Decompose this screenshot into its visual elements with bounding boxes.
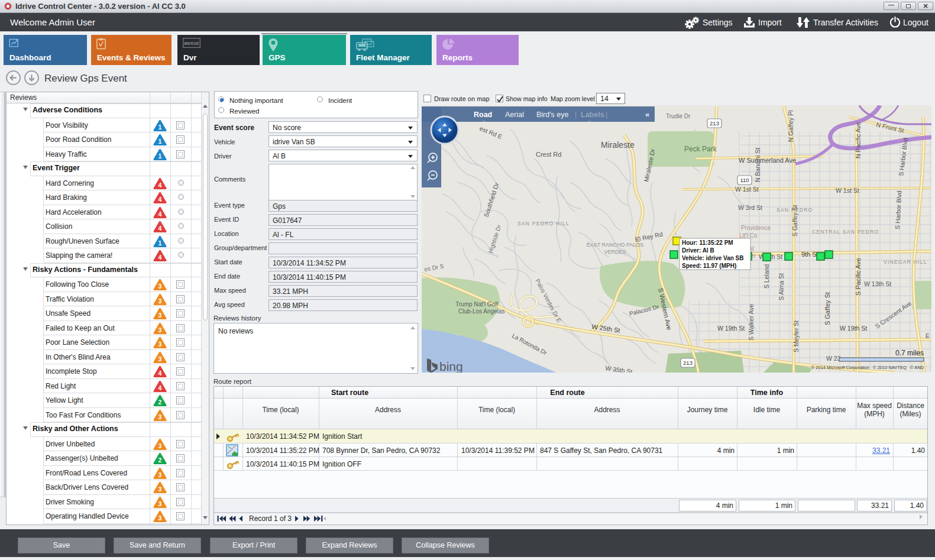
svg-text:VINEGAR HILL: VINEGAR HILL <box>884 259 927 265</box>
svg-text:4: 4 <box>158 210 162 217</box>
svg-text:3: 3 <box>158 514 162 522</box>
svg-text:N Pacific Ave: N Pacific Ave <box>855 122 862 158</box>
svg-text:Miraleste: Miraleste <box>601 140 635 150</box>
svg-text:Road: Road <box>474 111 492 119</box>
svg-text:W 23: W 23 <box>826 355 841 362</box>
svg-text:EAST RANCHO PALOS: EAST RANCHO PALOS <box>587 242 644 248</box>
svg-text:3: 3 <box>158 500 162 507</box>
svg-text:3: 3 <box>158 355 162 362</box>
svg-text:4: 4 <box>158 181 162 188</box>
svg-text:Vehicle: idrive Van SB: Vehicle: idrive Van SB <box>682 255 744 261</box>
svg-text:«: « <box>645 110 649 119</box>
svg-text:S Alma St: S Alma St <box>778 273 785 300</box>
svg-text:0.7 miles: 0.7 miles <box>895 349 924 357</box>
svg-text:4: 4 <box>158 225 162 232</box>
svg-text:3: 3 <box>158 442 162 449</box>
svg-text:S Gaffey St: S Gaffey St <box>791 205 798 237</box>
svg-text:213: 213 <box>710 120 719 127</box>
svg-text:S Walker Ave: S Walker Ave <box>748 303 755 341</box>
svg-text:S Pacific Ave: S Pacific Ave <box>855 258 862 296</box>
svg-text:Driver: Al B: Driver: Al B <box>682 247 714 254</box>
svg-text:SAN PEDRO HILL: SAN PEDRO HILL <box>517 221 570 226</box>
svg-text:Speed: 11.97 (MPH): Speed: 11.97 (MPH) <box>682 263 736 269</box>
svg-text:110: 110 <box>740 177 749 183</box>
svg-text:4: 4 <box>158 384 162 391</box>
svg-text:Peck Park: Peck Park <box>684 145 717 153</box>
svg-text:W 3rd St: W 3rd St <box>738 204 762 211</box>
svg-text:W 13th St: W 13th St <box>864 280 891 287</box>
svg-text:2: 2 <box>158 457 162 464</box>
svg-text:W 1st St: W 1st St <box>836 187 859 194</box>
svg-text:S Meyler St: S Meyler St <box>792 321 800 352</box>
svg-text:W Summerland Ave: W Summerland Ave <box>739 157 796 164</box>
svg-text:© 2014 Microsoft Corporation: © 2014 Microsoft Corporation © 2010 NAVT… <box>811 365 924 370</box>
svg-text:W 19th St: W 19th St <box>840 325 867 332</box>
svg-text:Bird's eye: Bird's eye <box>536 111 569 119</box>
svg-text:4: 4 <box>158 196 162 203</box>
svg-text:3: 3 <box>158 312 162 319</box>
svg-text:9th St: 9th St <box>801 251 818 258</box>
svg-text:W 19th St: W 19th St <box>717 325 745 332</box>
svg-text:1: 1 <box>158 152 162 159</box>
svg-text:S Leland: S Leland <box>763 264 770 289</box>
svg-text:Trump Nat'l Golf: Trump Nat'l Golf <box>455 301 498 307</box>
svg-text:|: | <box>575 111 577 119</box>
svg-text:E 22: E 22 <box>926 333 931 339</box>
svg-text:3: 3 <box>158 471 162 478</box>
svg-text:Crest Rd: Crest Rd <box>536 151 561 158</box>
svg-text:2: 2 <box>158 399 162 406</box>
svg-text:4: 4 <box>158 254 162 261</box>
svg-text:3: 3 <box>158 413 162 420</box>
svg-text:Club-Los Angelas: Club-Los Angelas <box>458 308 504 315</box>
svg-text:213: 213 <box>683 360 693 366</box>
svg-text:3: 3 <box>158 283 162 290</box>
svg-text:3: 3 <box>158 297 162 304</box>
svg-text:1: 1 <box>158 138 162 145</box>
svg-text:Providence: Providence <box>741 225 771 231</box>
svg-text:N Bandini St: N Bandini St <box>754 148 761 182</box>
svg-text:Trudie Dr: Trudie Dr <box>666 113 691 119</box>
svg-text:Labels: Labels <box>581 111 604 119</box>
svg-text:S Gaffey St: S Gaffey St <box>824 292 831 325</box>
svg-text:MERGE: MERGE <box>184 41 199 46</box>
svg-text:bing: bing <box>439 360 463 373</box>
svg-text:1: 1 <box>158 123 162 130</box>
svg-text:3: 3 <box>158 341 162 348</box>
svg-text:Aerial: Aerial <box>505 111 524 119</box>
svg-text:|: | <box>606 111 607 119</box>
svg-text:3: 3 <box>158 326 162 333</box>
svg-text:N Gaffey Pl: N Gaffey Pl <box>787 111 794 143</box>
svg-text:CENTRAL SAN PEDRO: CENTRAL SAN PEDRO <box>812 229 879 235</box>
svg-text:VERDES: VERDES <box>604 249 626 255</box>
svg-text:1: 1 <box>158 239 162 246</box>
svg-text:4: 4 <box>158 370 162 377</box>
svg-text:3: 3 <box>158 485 162 493</box>
svg-text:W 1st St: W 1st St <box>735 186 759 193</box>
svg-text:Hour: 11:35:22 PM: Hour: 11:35:22 PM <box>682 239 733 246</box>
